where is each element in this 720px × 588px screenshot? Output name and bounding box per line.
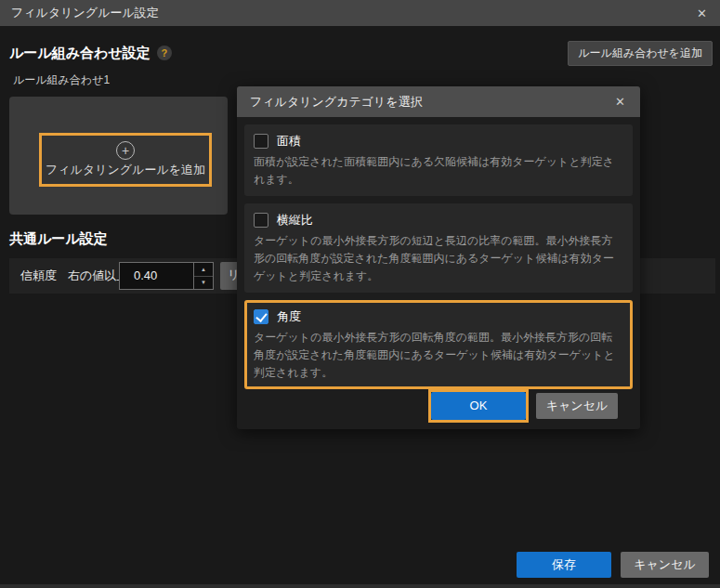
rule-combo-heading-row: ルール組み合わせ設定 ? ルール組み合わせを追加 xyxy=(9,41,713,65)
aspect-ratio-label: 横縦比 xyxy=(277,212,313,229)
add-filtering-rule-label: フィルタリングルールを追加 xyxy=(46,162,205,178)
category-item-angle[interactable]: 角度 ターゲットの最小外接長方形の回転角度の範囲。最小外接長方形の回転角度が設定… xyxy=(244,300,633,389)
dialog-titlebar: フィルタリングルール設定 ✕ xyxy=(0,0,720,26)
area-label: 面積 xyxy=(277,133,301,150)
checkbox-row: 面積 xyxy=(254,132,623,150)
category-item-area[interactable]: 面積 面積が設定された面積範囲内にある欠陥候補は有効ターゲットと判定されます。 xyxy=(244,124,633,196)
category-item-aspect-ratio[interactable]: 横縦比 ターゲットの最小外接長方形の短辺と長辺の比率の範囲。最小外接長方形の回転… xyxy=(244,203,633,293)
close-icon[interactable]: ✕ xyxy=(695,7,709,20)
select-category-modal: フィルタリングカテゴリを選択 ✕ 面積 面積が設定された面積範囲内にある欠陥候補… xyxy=(237,86,640,429)
spin-down-icon[interactable]: ▼ xyxy=(194,277,213,290)
aspect-ratio-description: ターゲットの最小外接長方形の短辺と長辺の比率の範囲。最小外接長方形の回転角度が設… xyxy=(254,232,623,285)
modal-title: フィルタリングカテゴリを選択 xyxy=(250,94,423,111)
add-rule-combo-button[interactable]: ルール組み合わせを追加 xyxy=(568,41,713,66)
window-bottom-edge xyxy=(0,584,720,588)
filtering-rule-settings-dialog: フィルタリングルール設定 ✕ ルール組み合わせ設定 ? ルール組み合わせを追加 … xyxy=(0,0,720,588)
confidence-spinbox[interactable]: 0.40 ▲ ▼ xyxy=(119,262,214,290)
cancel-button[interactable]: キャンセル xyxy=(621,552,709,578)
modal-button-row: OK キャンセル xyxy=(237,389,640,421)
angle-label: 角度 xyxy=(277,308,301,325)
area-checkbox[interactable] xyxy=(254,134,268,149)
save-button[interactable]: 保存 xyxy=(517,552,611,578)
modal-cancel-button[interactable]: キャンセル xyxy=(536,393,618,419)
rule-combo-1-label: ルール組み合わせ1 xyxy=(13,72,110,88)
modal-titlebar: フィルタリングカテゴリを選択 ✕ xyxy=(237,86,640,117)
help-icon[interactable]: ? xyxy=(157,46,172,60)
rule-combo-panel: + フィルタリングルールを追加 xyxy=(9,97,228,215)
modal-close-icon[interactable]: ✕ xyxy=(613,95,627,109)
aspect-ratio-checkbox[interactable] xyxy=(254,213,268,228)
spin-up-icon[interactable]: ▲ xyxy=(194,263,213,277)
spinner-buttons: ▲ ▼ xyxy=(193,263,213,289)
add-filtering-rule-button[interactable]: + フィルタリングルールを追加 xyxy=(39,133,212,187)
checkbox-row: 角度 xyxy=(254,307,623,326)
confidence-value[interactable]: 0.40 xyxy=(120,263,193,289)
rule-combo-heading: ルール組み合わせ設定 xyxy=(9,45,151,62)
checkbox-row: 横縦比 xyxy=(254,211,623,229)
dialog-title: フィルタリングルール設定 xyxy=(11,5,159,21)
ok-button-highlight: OK xyxy=(428,389,529,423)
area-description: 面積が設定された面積範囲内にある欠陥候補は有効ターゲットと判定されます。 xyxy=(254,153,623,189)
angle-description: ターゲットの最小外接長方形の回転角度の範囲。最小外接長方形の回転角度が設定された… xyxy=(254,329,623,382)
confidence-label: 信頼度 xyxy=(20,268,57,284)
ok-button[interactable]: OK xyxy=(431,392,526,420)
common-rule-heading: 共通ルール設定 xyxy=(9,230,108,248)
angle-checkbox[interactable] xyxy=(254,309,268,324)
plus-circle-icon: + xyxy=(116,141,135,160)
